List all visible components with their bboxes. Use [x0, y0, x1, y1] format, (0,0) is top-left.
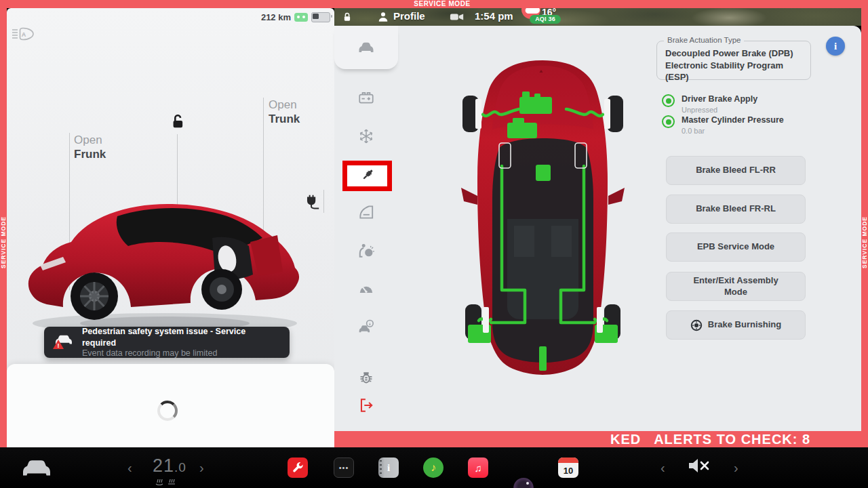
brake-actuation-box: Brake Actuation Type Decoupled Power Bra…	[656, 41, 811, 80]
defrost-rear-icon[interactable]	[167, 476, 176, 488]
calendar-app-icon[interactable]: 10	[558, 458, 578, 478]
open-frunk-button[interactable]: Open Frunk	[74, 133, 106, 162]
nav-item-thermal[interactable]	[350, 124, 382, 151]
button-label: Brake Bleed FR-RL	[696, 203, 776, 215]
media-prev-arrow[interactable]: ‹	[660, 458, 665, 477]
chargeport-callout-line	[323, 190, 324, 213]
open-trunk-line2: Trunk	[269, 112, 300, 126]
alerts-banner[interactable]: KED ALERTS TO CHECK: 8	[334, 431, 868, 448]
nav-item-lv-battery[interactable]	[350, 85, 382, 113]
nav-item-exit-service[interactable]	[350, 393, 382, 420]
clock-time: 1:54 pm	[475, 10, 513, 22]
button-label: Enter/Exit Assembly Mode	[686, 275, 786, 298]
status-ok-icon	[662, 115, 675, 128]
volume-muted-icon[interactable]	[686, 455, 712, 479]
media-next-arrow[interactable]: ›	[734, 458, 738, 477]
range-value: 212 km	[261, 12, 291, 22]
brake-actuation-line2: Electronic Stability Program (ESP)	[665, 60, 802, 83]
status-value: Unpressed	[682, 106, 757, 114]
dashcam-icon[interactable]	[450, 12, 465, 24]
top-status-bar: Profile 1:54 pm 16° AQI 36	[334, 8, 868, 26]
status-driver-brake: Driver Brake Apply Unpressed	[662, 94, 757, 114]
thermal-icon	[357, 127, 375, 148]
calendar-day: 10	[558, 463, 578, 478]
qq-music-app-icon[interactable]: ♪	[423, 458, 443, 478]
temp-down-arrow[interactable]: ‹	[127, 458, 132, 477]
loading-spinner	[157, 401, 178, 421]
warning-subtitle: Event data recording may be limited	[82, 348, 280, 359]
open-frunk-line1: Open	[74, 133, 106, 147]
epb-service-mode-button[interactable]: EPB Service Mode	[666, 232, 806, 262]
nav-item-airbag[interactable]	[350, 239, 382, 266]
status-master-cylinder: Master Cylinder Pressure 0.0 bar	[662, 115, 784, 135]
diagnostics-icon	[357, 369, 375, 389]
brake-burnishing-button[interactable]: Brake Burnishing	[666, 310, 806, 340]
exit-service-icon	[357, 396, 375, 417]
defrost-front-icon[interactable]	[155, 476, 164, 488]
battery-level-icon	[311, 12, 330, 22]
temp-up-arrow[interactable]: ›	[199, 458, 204, 477]
nav-selection-box	[347, 165, 387, 186]
airbag-icon	[357, 242, 375, 262]
alerts-banner-text: KED ALERTS TO CHECK: 8	[610, 431, 810, 448]
lock-icon[interactable]	[341, 11, 353, 26]
calendar-header	[558, 458, 578, 463]
camera-app-icon[interactable]	[513, 478, 534, 488]
service-mode-left-edge: SERVICE MODE	[0, 8, 7, 447]
cabin-temperature[interactable]: 21.0	[145, 455, 194, 476]
aqi-badge: AQI 36	[530, 15, 561, 24]
apple-music-app-icon[interactable]: ♫	[468, 458, 488, 478]
open-frunk-line2: Frunk	[74, 147, 106, 161]
taskbar: ‹ 21.0 › ••• i ♪ ♫	[0, 447, 868, 488]
profile-icon[interactable]	[376, 10, 390, 26]
nav-item-vehicle[interactable]	[350, 35, 382, 62]
nav-item-dashboard[interactable]	[350, 277, 382, 304]
vehicle-status-panel: A 212 km Open Frunk Open Trunk	[7, 8, 334, 447]
brake-disc-icon	[690, 319, 703, 331]
dashboard-icon	[357, 280, 375, 300]
brake-actuation-label: Brake Actuation Type	[664, 36, 744, 44]
nav-item-diagnostics[interactable]	[350, 365, 382, 392]
service-app-icon[interactable]	[288, 458, 308, 478]
vehicle-alert-toast: ! Pedestrian safety system issue - Servi…	[44, 327, 290, 358]
button-label: Brake Bleed FL-RR	[696, 165, 776, 176]
lv-battery-icon	[357, 89, 375, 109]
dots-glyph: •••	[339, 458, 349, 478]
service-mode-top-label: SERVICE MODE	[374, 0, 510, 8]
brake-bleed-fl-rr-button[interactable]: Brake Bleed FL-RR	[666, 156, 806, 185]
info-button[interactable]: i	[826, 37, 845, 56]
closures-icon	[357, 203, 375, 224]
car-status-icon	[357, 38, 376, 60]
svg-text:A: A	[22, 31, 26, 38]
button-label: Brake Burnishing	[708, 319, 781, 331]
pedestrian-warning-icon: !	[54, 333, 74, 351]
profile-label[interactable]: Profile	[393, 10, 425, 22]
unlock-icon[interactable]	[168, 113, 186, 133]
service-mode-right-label: SERVICE MODE	[861, 205, 868, 279]
brake-bleed-fr-rl-button[interactable]: Brake Bleed FR-RL	[666, 195, 806, 224]
manual-app-icon[interactable]: i	[378, 458, 399, 478]
spiral-binding	[380, 460, 382, 475]
more-apps-icon[interactable]: •••	[334, 458, 354, 478]
status-value: 0.0 bar	[682, 127, 784, 135]
vehicle-controls-icon[interactable]	[20, 457, 53, 481]
nav-item-vehicle-info[interactable]	[350, 314, 382, 341]
status-label: Master Cylinder Pressure	[682, 115, 784, 125]
charge-status-icon	[294, 13, 308, 22]
nav-item-brakes-selected[interactable]	[342, 161, 392, 191]
nav-item-closures[interactable]	[350, 200, 382, 227]
open-trunk-button[interactable]: Open Trunk	[269, 98, 300, 127]
vehicle-render	[17, 173, 315, 345]
assembly-mode-button[interactable]: Enter/Exit Assembly Mode	[666, 272, 806, 301]
service-mode-screen: SERVICE MODE SERVICE MODE SERVICE MODE P…	[0, 0, 868, 488]
auto-headlight-icon: A	[11, 26, 35, 45]
info-glyph: i	[387, 462, 390, 474]
loading-sheet	[7, 364, 334, 447]
service-mode-right-edge: SERVICE MODE	[861, 8, 868, 447]
music-note-glyph: ♫	[474, 462, 481, 474]
service-main-panel: i Brake Actuation Type Decoupled Power B…	[334, 26, 861, 431]
status-ok-icon	[662, 94, 675, 107]
svg-text:!: !	[58, 342, 60, 349]
temp-dec: .0	[174, 460, 186, 474]
service-mode-left-label: SERVICE MODE	[0, 205, 7, 279]
